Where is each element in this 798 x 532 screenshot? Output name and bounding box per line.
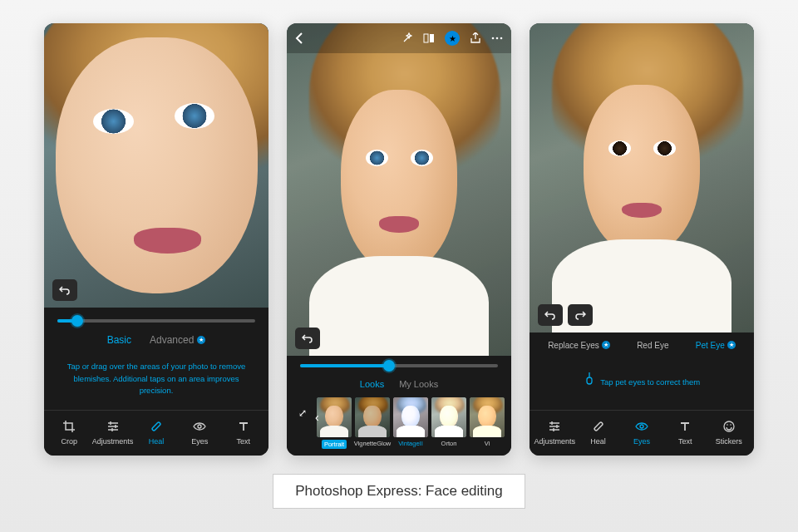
screen-looks: ★ Looks My Looks ⤢ [287,23,511,456]
nav-text[interactable]: Text [223,419,264,446]
top-toolbar: ★ [287,23,511,53]
svg-point-8 [640,425,643,428]
heal-hint-text: Tap or drag over the areas of your photo… [44,354,268,410]
sliders-icon [106,419,120,434]
nav-eyes[interactable]: Eyes [179,419,220,446]
eyes-hint-text: Tap pet eyes to correct them [600,377,700,387]
heal-panel: Basic Advanced ★ Tap or drag over the ar… [44,308,268,456]
nav-label: Eyes [191,437,208,446]
look-label: Portrait [322,440,347,449]
redo-button[interactable] [568,304,593,326]
sliders-icon [548,419,561,434]
svg-point-11 [730,424,732,426]
more-icon[interactable] [491,37,503,40]
bandaid-icon [592,419,605,434]
compare-icon[interactable] [423,32,435,44]
undo-button[interactable] [52,279,77,301]
eyes-panel: Replace Eyes ★ Red Eye Pet Eye ★ Tap pet… [530,332,754,456]
photo-canvas[interactable] [44,23,268,308]
heal-size-slider[interactable] [57,319,255,323]
undo-button[interactable] [538,304,563,326]
look-orton[interactable]: Orton [431,397,466,447]
nav-label: Stickers [716,437,742,446]
look-portrait[interactable]: Portrait [317,397,352,449]
svg-point-4 [492,37,495,40]
nav-heal[interactable]: Heal [135,419,177,446]
share-icon[interactable] [470,32,481,44]
expand-looks-icon[interactable]: ⤢ [292,397,313,429]
look-intensity-slider[interactable] [300,364,498,367]
look-vintageii[interactable]: VintageII [393,397,428,447]
mode-label: Pet Eye [696,341,725,350]
nav-heal[interactable]: Heal [578,419,619,446]
screen-eyes: Replace Eyes ★ Red Eye Pet Eye ★ Tap pet… [530,23,754,456]
premium-badge-icon: ★ [727,341,736,349]
nav-label: Eyes [633,437,650,446]
bottom-nav: Adjustments Heal Eyes Text Stickers [530,410,754,456]
svg-rect-0 [151,421,160,431]
look-vignette-partial[interactable]: Vi [470,397,505,447]
eye-icon [193,419,206,434]
nav-text[interactable]: Text [664,419,706,446]
back-button[interactable] [295,32,303,44]
tab-mylooks[interactable]: My Looks [399,379,438,389]
looks-panel: Looks My Looks ⤢ ‹ Portrait VignetteGlow… [287,356,511,456]
tap-icon [584,372,595,385]
svg-point-5 [496,37,499,40]
mode-red-eye[interactable]: Red Eye [637,341,668,350]
svg-point-10 [727,424,728,426]
nav-label: Heal [149,437,165,446]
nav-eyes[interactable]: Eyes [621,419,663,446]
nav-adjustments[interactable]: Adjustments [92,419,134,446]
nav-label: Heal [590,437,606,446]
chevron-left-icon[interactable]: ‹ [315,411,319,424]
mode-pet-eye[interactable]: Pet Eye ★ [696,341,736,350]
undo-button[interactable] [295,328,320,349]
nav-crop[interactable]: Crop [48,419,90,446]
nav-label: Text [678,437,692,446]
svg-rect-7 [594,421,603,431]
crop-icon [62,419,76,434]
premium-badge-icon: ★ [197,336,205,344]
look-label: VignetteGlow [354,440,391,447]
magic-wand-icon[interactable] [401,32,413,44]
svg-rect-2 [424,34,428,42]
look-label: Orton [441,440,457,447]
mode-replace-eyes[interactable]: Replace Eyes ★ [548,341,610,350]
svg-point-6 [500,37,503,40]
photo-canvas[interactable] [530,23,754,332]
nav-label: Adjustments [92,437,134,446]
premium-badge-icon: ★ [602,341,610,349]
eyes-hint: Tap pet eyes to correct them [530,355,754,410]
svg-point-1 [198,425,201,428]
bandaid-icon [150,419,163,434]
premium-star-icon[interactable]: ★ [445,31,460,46]
nav-adjustments[interactable]: Adjustments [534,419,575,446]
look-vignetteglow[interactable]: VignetteGlow [355,397,390,447]
text-icon [237,419,250,434]
screen-heal: Basic Advanced ★ Tap or drag over the ar… [44,23,268,456]
text-icon [678,419,692,434]
tab-advanced-label: Advanced [150,334,194,346]
look-label: Vi [485,440,490,447]
figure-caption: Photoshop Express: Face editing [273,474,525,509]
nav-stickers[interactable]: Stickers [708,419,750,446]
nav-label: Adjustments [534,437,575,446]
looks-strip[interactable]: ⤢ ‹ Portrait VignetteGlow VintageII Orto… [287,394,511,456]
svg-rect-3 [430,34,434,42]
bottom-nav: Crop Adjustments Heal Eyes Text [44,410,268,456]
screens-row: Basic Advanced ★ Tap or drag over the ar… [44,23,754,456]
tab-advanced[interactable]: Advanced ★ [150,334,205,346]
tab-basic[interactable]: Basic [107,334,131,346]
look-label: VintageII [398,440,422,447]
nav-label: Crop [61,437,77,446]
sticker-icon [722,419,736,434]
nav-label: Text [236,437,250,446]
eye-icon [635,419,648,434]
photo-canvas[interactable] [287,23,511,356]
mode-label: Replace Eyes [548,341,599,350]
tab-looks[interactable]: Looks [360,379,384,389]
